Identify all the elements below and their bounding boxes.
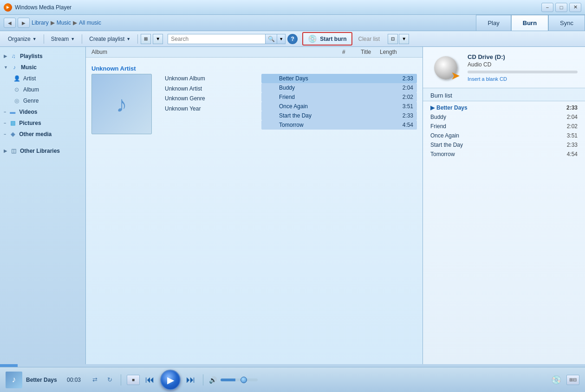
organize-button[interactable]: Organize ▼ <box>4 34 41 44</box>
burn-track-title: Buddy <box>430 114 559 120</box>
other-media-icon: ◈ <box>9 131 16 138</box>
view-drop-button[interactable]: ▼ <box>153 34 163 44</box>
chevron-right-icon-3: − <box>4 121 6 125</box>
search-dropdown[interactable]: ▼ <box>277 34 286 44</box>
artist-group: Unknown Artist ♪ Unknown Album Unknown A… <box>86 61 422 136</box>
breadcrumb-music[interactable]: Music <box>57 20 71 26</box>
search-input[interactable] <box>168 34 265 44</box>
chevron-right-icon-4: − <box>4 132 6 137</box>
create-playlist-button[interactable]: Create playlist ▼ <box>85 34 135 44</box>
repeat-button[interactable]: ↻ <box>104 374 115 385</box>
track-title: Buddy <box>279 85 376 91</box>
album-artist: Unknown Artist <box>165 84 258 94</box>
burn-track-row[interactable]: Tomorrow 4:54 <box>423 150 585 159</box>
burn-track-duration: 2:04 <box>559 114 578 120</box>
minimize-button[interactable]: − <box>541 3 553 12</box>
back-button[interactable]: ◀ <box>4 18 16 28</box>
burn-track-duration: 2:33 <box>559 105 578 111</box>
track-duration: 2:02 <box>376 94 413 100</box>
sidebar-pictures-label: Pictures <box>19 120 41 126</box>
sidebar-item-album[interactable]: ⊙ Album <box>0 84 85 95</box>
stop-button[interactable]: ■ <box>127 375 140 385</box>
burn-track-title: Tomorrow <box>430 151 559 157</box>
burn-view-drop[interactable]: ▼ <box>399 34 409 44</box>
play-button[interactable]: ▶ <box>160 370 181 390</box>
music-note-icon: ♪ <box>116 91 127 117</box>
start-burn-button[interactable]: 💿 Start burn <box>302 32 352 46</box>
track-title: Start the Day <box>279 112 376 119</box>
drive-name: CD Drive (D:) <box>468 53 578 60</box>
help-button[interactable]: ? <box>287 34 298 44</box>
track-row[interactable]: Tomorrow 4:54 <box>261 120 417 130</box>
burn-track-row[interactable]: ▶ Better Days 2:33 <box>423 103 585 112</box>
album-icon: ⊙ <box>13 86 20 93</box>
burn-track-title: Start the Day <box>430 142 559 148</box>
track-row[interactable]: Friend 2:02 <box>261 92 417 102</box>
volume-icon: 🔊 <box>209 376 217 384</box>
clear-list-button[interactable]: Clear list <box>353 34 385 44</box>
tab-burn[interactable]: Burn <box>511 15 548 31</box>
close-button[interactable]: ✕ <box>569 3 581 12</box>
breadcrumb-library[interactable]: Library <box>32 20 49 26</box>
maximize-button[interactable]: □ <box>555 3 567 12</box>
burn-track-title: Friend <box>430 123 559 130</box>
sidebar-item-music[interactable]: ▼ ♪ Music <box>0 62 85 73</box>
tab-sync[interactable]: Sync <box>548 15 585 31</box>
genre-icon: ◎ <box>13 97 20 105</box>
next-button[interactable]: ⏭ <box>184 373 197 386</box>
track-num <box>265 75 279 82</box>
burn-track-row[interactable]: Friend 2:02 <box>423 122 585 131</box>
nav-bar: ◀ ▶ Library ▶ Music ▶ All music <box>0 15 476 31</box>
sidebar-item-pictures[interactable]: − ▧ Pictures <box>0 118 85 129</box>
volume-slider[interactable] <box>221 379 258 381</box>
sidebar-item-videos[interactable]: − ▬ Videos <box>0 106 85 118</box>
album-year: Unknown Year <box>165 104 258 114</box>
column-headers: Album # Title Length <box>86 47 422 58</box>
burn-arrow-icon: ➤ <box>451 69 460 82</box>
track-row[interactable]: Start the Day 2:33 <box>261 111 417 120</box>
rip-cd-button[interactable]: 💿 <box>550 373 563 386</box>
burn-icon: 💿 <box>308 34 317 43</box>
breadcrumb-all-music[interactable]: All music <box>79 20 101 26</box>
content-body: Unknown Artist ♪ Unknown Album Unknown A… <box>86 58 422 364</box>
burn-track-row[interactable]: Buddy 2:04 <box>423 112 585 122</box>
search-button[interactable]: 🔍 <box>265 34 277 44</box>
col-number: # <box>342 49 361 55</box>
track-duration: 4:54 <box>376 122 413 128</box>
track-num <box>265 85 279 91</box>
mini-mode-button[interactable]: ⊞⊟ <box>566 375 579 385</box>
burn-track-row[interactable]: Start the Day 2:33 <box>423 140 585 150</box>
chevron-down-icon: ▼ <box>4 65 8 70</box>
videos-icon: ▬ <box>9 108 16 116</box>
track-title: Better Days <box>279 75 376 82</box>
toolbar: Organize ▼ Stream ▼ Create playlist ▼ ⊞ … <box>0 31 585 47</box>
sidebar-item-genre[interactable]: ◎ Genre <box>0 95 85 106</box>
track-row[interactable]: Better Days 2:33 <box>261 74 417 83</box>
disc-type: Audio CD <box>468 61 578 68</box>
view-options-button[interactable]: ⊞ <box>141 34 151 44</box>
track-row[interactable]: Buddy 2:04 <box>261 83 417 92</box>
sidebar-item-playlists[interactable]: ▶ ♫ Playlists <box>0 51 85 62</box>
track-duration: 2:04 <box>376 85 413 91</box>
sidebar-item-artist[interactable]: 👤 Artist <box>0 73 85 84</box>
burn-track-row[interactable]: Once Again 3:51 <box>423 131 585 140</box>
artist-icon: 👤 <box>13 75 20 82</box>
sidebar-item-other-media[interactable]: − ◈ Other media <box>0 129 85 140</box>
now-playing-art: ♪ <box>6 372 22 388</box>
sidebar-item-other-libraries[interactable]: ▶ ◫ Other Libraries <box>0 145 85 157</box>
breadcrumb: Library ▶ Music ▶ All music <box>32 20 472 26</box>
forward-button[interactable]: ▶ <box>18 18 30 28</box>
content-area: Album # Title Length Unknown Artist ♪ Un… <box>86 47 422 364</box>
tab-play[interactable]: Play <box>476 15 511 31</box>
track-num <box>265 94 279 100</box>
burn-track-duration: 3:51 <box>559 132 578 139</box>
prev-button[interactable]: ⏮ <box>143 373 156 386</box>
track-row[interactable]: Once Again 3:51 <box>261 102 417 111</box>
shuffle-button[interactable]: ⇄ <box>89 374 100 385</box>
track-num <box>265 112 279 119</box>
cd-drive-icon: ➤ <box>430 52 460 82</box>
chevron-right-icon-5: ▶ <box>4 149 7 153</box>
burn-view-button[interactable]: ⊡ <box>388 34 398 44</box>
stream-button[interactable]: Stream ▼ <box>47 34 79 44</box>
playlists-icon: ♫ <box>10 52 17 60</box>
